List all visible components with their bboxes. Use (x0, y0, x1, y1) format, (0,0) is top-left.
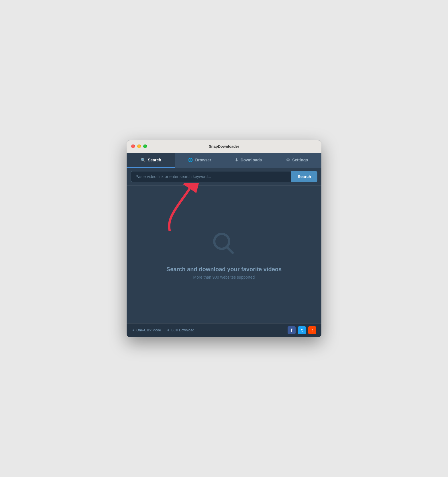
window-title: SnapDownloader (209, 144, 239, 148)
bulk-download-icon: ⬇ (167, 328, 170, 332)
bulk-download-button[interactable]: ⬇ Bulk Download (167, 328, 194, 332)
tab-settings[interactable]: ⚙ Settings (273, 153, 321, 168)
close-button[interactable] (131, 144, 135, 148)
tab-settings-label: Settings (292, 158, 308, 162)
svg-line-2 (227, 247, 233, 253)
footer-right: f t r (288, 326, 316, 334)
downloads-tab-icon: ⬇ (235, 158, 238, 162)
tab-downloads[interactable]: ⬇ Downloads (224, 153, 273, 168)
bulk-download-label: Bulk Download (171, 328, 194, 332)
empty-state-title: Search and download your favorite videos (166, 266, 282, 273)
empty-state-icon (210, 229, 238, 259)
title-bar: SnapDownloader (127, 140, 321, 153)
tab-search-label: Search (148, 158, 161, 162)
browser-tab-icon: 🌐 (188, 158, 193, 162)
one-click-mode-button[interactable]: ✦ One-Click Mode (132, 328, 161, 332)
reddit-button[interactable]: r (308, 326, 316, 334)
tab-search[interactable]: 🔍 Search (127, 153, 175, 168)
twitter-button[interactable]: t (298, 326, 306, 334)
traffic-lights (131, 144, 147, 148)
search-button[interactable]: Search (291, 171, 317, 182)
tab-downloads-label: Downloads (241, 158, 262, 162)
main-content: Search and download your favorite videos… (127, 186, 321, 323)
search-input[interactable] (131, 171, 291, 182)
one-click-icon: ✦ (132, 328, 135, 332)
search-bar: Search (127, 168, 321, 186)
footer: ✦ One-Click Mode ⬇ Bulk Download f t r (127, 323, 321, 337)
reddit-icon: r (311, 328, 313, 333)
tab-browser-label: Browser (195, 158, 211, 162)
maximize-button[interactable] (143, 144, 147, 148)
facebook-button[interactable]: f (288, 326, 296, 334)
minimize-button[interactable] (137, 144, 141, 148)
app-window: SnapDownloader 🔍 Search 🌐 Browser ⬇ Down… (127, 140, 321, 337)
arrow-annotation (161, 183, 207, 236)
one-click-label: One-Click Mode (136, 328, 161, 332)
nav-tabs: 🔍 Search 🌐 Browser ⬇ Downloads ⚙ Setting… (127, 153, 321, 168)
footer-left: ✦ One-Click Mode ⬇ Bulk Download (132, 328, 194, 332)
settings-tab-icon: ⚙ (286, 158, 290, 162)
empty-state-subtitle: More than 900 websites supported (193, 275, 255, 279)
tab-browser[interactable]: 🌐 Browser (175, 153, 224, 168)
facebook-icon: f (291, 328, 292, 333)
search-tab-icon: 🔍 (141, 158, 146, 162)
twitter-icon: t (301, 328, 303, 333)
